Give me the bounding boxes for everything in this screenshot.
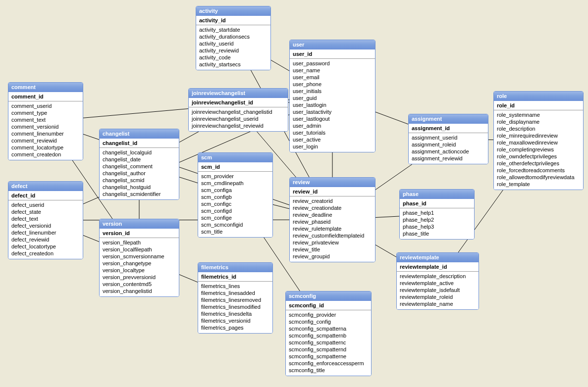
field-role-role_id[interactable]: role_id bbox=[497, 102, 580, 109]
field-role-role_allowedtomodifyreviewdata[interactable]: role_allowedtomodifyreviewdata bbox=[497, 174, 580, 181]
entity-assignment[interactable]: assignmentassignment_idassignment_userid… bbox=[408, 114, 488, 164]
field-role-role_displayname[interactable]: role_displayname bbox=[497, 118, 580, 125]
entity-filemetrics[interactable]: filemetricsfilemetrics_idfilemetrics_lin… bbox=[198, 262, 273, 334]
field-filemetrics-filemetrics_linesdelta[interactable]: filemetrics_linesdelta bbox=[201, 310, 269, 317]
entity-title-activity[interactable]: activity bbox=[196, 6, 270, 16]
entity-title-reviewtemplate[interactable]: reviewtemplate bbox=[397, 253, 479, 262]
field-reviewtemplate-reviewtemplate_roleid[interactable]: reviewtemplate_roleid bbox=[400, 293, 476, 300]
field-review-review_privateview[interactable]: review_privateview bbox=[293, 239, 372, 246]
field-scm-scm_configc[interactable]: scm_configc bbox=[201, 200, 269, 207]
field-scmconfig-scmconfig_scmpatternc[interactable]: scmconfig_scmpatternc bbox=[289, 339, 368, 346]
field-user-user_email[interactable]: user_email bbox=[293, 74, 372, 81]
field-version-version_localfilepath[interactable]: version_localfilepath bbox=[103, 246, 176, 253]
field-activity-activity_startdate[interactable]: activity_startdate bbox=[199, 26, 267, 33]
entity-title-user[interactable]: user bbox=[290, 40, 375, 49]
field-filemetrics-filemetrics_linesmodified[interactable]: filemetrics_linesmodified bbox=[201, 303, 269, 310]
field-joinreviewchangelist-joinreviewchangelist_reviewid[interactable]: joinreviewchangelist_reviewid bbox=[192, 122, 285, 129]
entity-title-phase[interactable]: phase bbox=[400, 190, 474, 199]
field-scmconfig-scmconfig_config[interactable]: scmconfig_config bbox=[289, 318, 368, 325]
field-scmconfig-scmconfig_scmpatternd[interactable]: scmconfig_scmpatternd bbox=[289, 346, 368, 353]
field-version-version_filepath[interactable]: version_filepath bbox=[103, 239, 176, 246]
entity-defect[interactable]: defectdefect_iddefect_useriddefect_state… bbox=[8, 181, 83, 259]
field-version-version_prevversionid[interactable]: version_prevversionid bbox=[103, 274, 176, 281]
field-role-role_systemname[interactable]: role_systemname bbox=[497, 111, 580, 118]
field-version-version_scmversionname[interactable]: version_scmversionname bbox=[103, 253, 176, 260]
field-reviewtemplate-reviewtemplate_isdefault[interactable]: reviewtemplate_isdefault bbox=[400, 287, 476, 293]
field-user-user_name[interactable]: user_name bbox=[293, 67, 372, 74]
entity-version[interactable]: versionversion_idversion_filepathversion… bbox=[99, 219, 179, 297]
field-assignment-assignment_reviewid[interactable]: assignment_reviewid bbox=[412, 155, 485, 162]
entity-scm[interactable]: scmscm_idscm_providerscm_cmdlinepathscm_… bbox=[198, 152, 273, 238]
field-comment-comment_type[interactable]: comment_type bbox=[11, 109, 80, 116]
field-scm-scm_scmconfigid[interactable]: scm_scmconfigid bbox=[201, 221, 269, 228]
entity-changelist[interactable]: changelistchangelist_idchangelist_localg… bbox=[99, 129, 179, 200]
field-scmconfig-scmconfig_scmpatterna[interactable]: scmconfig_scmpatterna bbox=[289, 325, 368, 332]
field-version-version_changetype[interactable]: version_changetype bbox=[103, 260, 176, 267]
field-filemetrics-filemetrics_linesadded[interactable]: filemetrics_linesadded bbox=[201, 290, 269, 296]
entity-title-joinreviewchangelist[interactable]: joinreviewchangelist bbox=[189, 89, 288, 98]
field-review-review_creationdate[interactable]: review_creationdate bbox=[293, 204, 372, 211]
field-changelist-changelist_date[interactable]: changelist_date bbox=[103, 156, 176, 163]
field-user-user_password[interactable]: user_password bbox=[293, 60, 372, 67]
field-scm-scm_confige[interactable]: scm_confige bbox=[201, 214, 269, 221]
field-assignment-assignment_userid[interactable]: assignment_userid bbox=[412, 134, 485, 141]
entity-phase[interactable]: phasephase_idphase_help1phase_help2phase… bbox=[399, 189, 475, 240]
field-filemetrics-filemetrics_pages[interactable]: filemetrics_pages bbox=[201, 324, 269, 331]
field-version-version_contentmd5[interactable]: version_contentmd5 bbox=[103, 281, 176, 288]
field-defect-defect_locatortype[interactable]: defect_locatortype bbox=[11, 243, 80, 250]
field-version-version_id[interactable]: version_id bbox=[103, 230, 176, 237]
field-user-user_lastlogin[interactable]: user_lastlogin bbox=[293, 101, 372, 108]
entity-role[interactable]: rolerole_idrole_systemnamerole_displayna… bbox=[493, 91, 584, 190]
entity-title-role[interactable]: role bbox=[494, 92, 583, 101]
field-changelist-changelist_id[interactable]: changelist_id bbox=[103, 140, 176, 146]
field-filemetrics-filemetrics_linesremoved[interactable]: filemetrics_linesremoved bbox=[201, 296, 269, 303]
field-role-role_description[interactable]: role_description bbox=[497, 125, 580, 132]
field-scmconfig-scmconfig_title[interactable]: scmconfig_title bbox=[289, 367, 368, 374]
field-user-user_admin[interactable]: user_admin bbox=[293, 122, 372, 129]
field-phase-phase_title[interactable]: phase_title bbox=[403, 230, 471, 237]
field-scmconfig-scmconfig_id[interactable]: scmconfig_id bbox=[289, 302, 368, 309]
field-user-user_tutorials[interactable]: user_tutorials bbox=[293, 129, 372, 136]
field-scm-scm_configd[interactable]: scm_configd bbox=[201, 207, 269, 214]
field-activity-activity_startsecs[interactable]: activity_startsecs bbox=[199, 61, 267, 68]
field-version-version_localtype[interactable]: version_localtype bbox=[103, 267, 176, 274]
entity-joinreviewchangelist[interactable]: joinreviewchangelistjoinreviewchangelist… bbox=[188, 88, 288, 132]
field-activity-activity_reviewid[interactable]: activity_reviewid bbox=[199, 47, 267, 54]
entity-title-scmconfig[interactable]: scmconfig bbox=[286, 291, 371, 301]
field-user-user_id[interactable]: user_id bbox=[293, 50, 372, 57]
field-user-user_lastlogout[interactable]: user_lastlogout bbox=[293, 115, 372, 122]
field-role-role_completingreviews[interactable]: role_completingreviews bbox=[497, 146, 580, 153]
field-scmconfig-scmconfig_scmpatterne[interactable]: scmconfig_scmpatterne bbox=[289, 353, 368, 360]
field-comment-comment_locatortype[interactable]: comment_locatortype bbox=[11, 144, 80, 151]
field-scm-scm_provider[interactable]: scm_provider bbox=[201, 173, 269, 180]
field-comment-comment_linenumber[interactable]: comment_linenumber bbox=[11, 130, 80, 137]
field-review-review_customfieldtemplateid[interactable]: review_customfieldtemplateid bbox=[293, 232, 372, 239]
field-comment-comment_text[interactable]: comment_text bbox=[11, 116, 80, 123]
entity-title-changelist[interactable]: changelist bbox=[100, 129, 179, 139]
field-scm-scm_configa[interactable]: scm_configa bbox=[201, 187, 269, 194]
field-review-review_deadline[interactable]: review_deadline bbox=[293, 211, 372, 218]
entity-title-assignment[interactable]: assignment bbox=[409, 114, 488, 124]
field-role-role_owndefectprivileges[interactable]: role_owndefectprivileges bbox=[497, 153, 580, 160]
entity-user[interactable]: useruser_iduser_passworduser_nameuser_em… bbox=[289, 40, 375, 152]
field-scm-scm_configb[interactable]: scm_configb bbox=[201, 194, 269, 200]
field-joinreviewchangelist-joinreviewchangelist_userid[interactable]: joinreviewchangelist_userid bbox=[192, 115, 285, 122]
field-phase-phase_help1[interactable]: phase_help1 bbox=[403, 209, 471, 216]
field-comment-comment_userid[interactable]: comment_userid bbox=[11, 102, 80, 109]
field-filemetrics-filemetrics_versionid[interactable]: filemetrics_versionid bbox=[201, 317, 269, 324]
field-user-user_initials[interactable]: user_initials bbox=[293, 88, 372, 95]
field-defect-defect_versionid[interactable]: defect_versionid bbox=[11, 222, 80, 229]
field-defect-defect_id[interactable]: defect_id bbox=[11, 192, 80, 199]
field-review-review_title[interactable]: review_title bbox=[293, 246, 372, 253]
field-review-review_phaseid[interactable]: review_phaseid bbox=[293, 218, 372, 225]
field-defect-defect_linenumber[interactable]: defect_linenumber bbox=[11, 229, 80, 236]
field-scm-scm_title[interactable]: scm_title bbox=[201, 228, 269, 235]
field-filemetrics-filemetrics_lines[interactable]: filemetrics_lines bbox=[201, 283, 269, 290]
field-review-review_id[interactable]: review_id bbox=[293, 188, 372, 195]
field-review-review_ruletemplate[interactable]: review_ruletemplate bbox=[293, 225, 372, 232]
entity-scmconfig[interactable]: scmconfigscmconfig_idscmconfig_providers… bbox=[285, 291, 372, 376]
field-activity-activity_code[interactable]: activity_code bbox=[199, 54, 267, 61]
field-comment-comment_reviewid[interactable]: comment_reviewid bbox=[11, 137, 80, 144]
field-phase-phase_help3[interactable]: phase_help3 bbox=[403, 223, 471, 230]
field-scmconfig-scmconfig_enforceaccessperm[interactable]: scmconfig_enforceaccessperm bbox=[289, 360, 368, 367]
